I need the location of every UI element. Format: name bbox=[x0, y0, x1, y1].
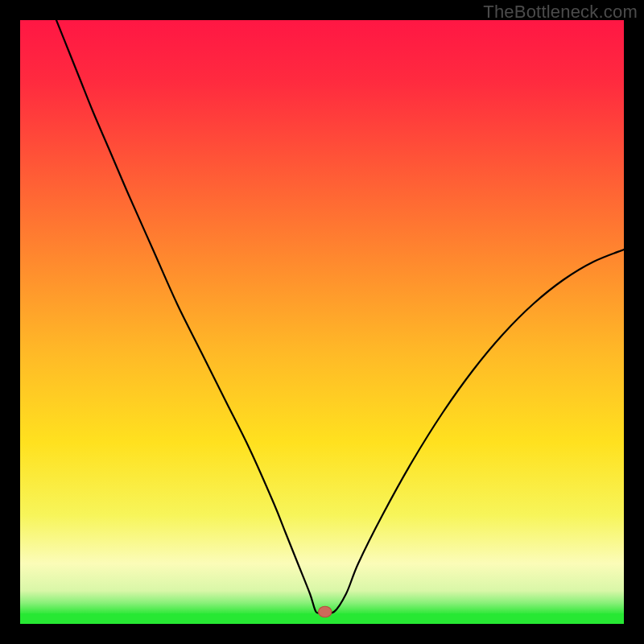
optimal-point-marker bbox=[319, 606, 332, 617]
bottleneck-chart bbox=[20, 20, 624, 624]
watermark-text: TheBottleneck.com bbox=[483, 2, 638, 23]
gradient-background bbox=[20, 20, 624, 624]
chart-frame: TheBottleneck.com bbox=[0, 0, 644, 644]
